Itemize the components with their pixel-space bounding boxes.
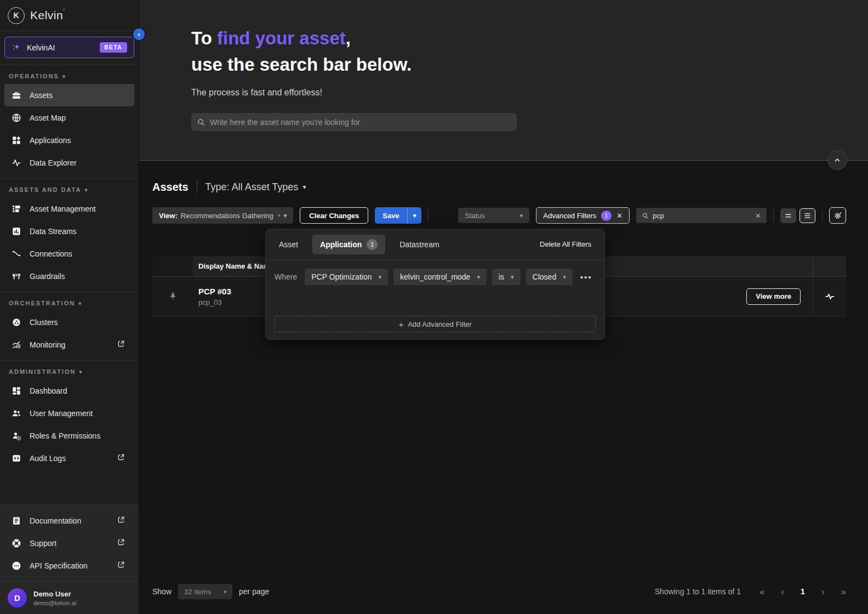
sidebar-item-label: API Specification xyxy=(30,561,88,570)
hero-search-bar xyxy=(191,113,517,131)
scroll-top-button[interactable] xyxy=(827,150,847,170)
hero-title-line2: use the search bar below. xyxy=(191,54,412,75)
add-advanced-filter-button[interactable]: + Add Advanced Filter xyxy=(275,316,596,332)
table-search-input[interactable] xyxy=(653,212,751,220)
sidebar-item-clusters[interactable]: Clusters xyxy=(4,311,134,333)
list-rows-icon xyxy=(803,212,812,220)
sidebar: K Kelvin˚ KelvinAI BETA OPERATIONS ▾ Ass… xyxy=(0,0,139,614)
main-content: To find your asset, use the search bar b… xyxy=(139,0,868,614)
advanced-filters-chip[interactable]: Advanced Filters 1 ✕ xyxy=(536,207,630,224)
page-size-select[interactable]: 32 items ▾ xyxy=(178,584,232,599)
chevron-down-icon: ▾ xyxy=(520,212,523,219)
status-filter-dropdown[interactable]: Status ▾ xyxy=(458,208,529,223)
next-page-button[interactable]: › xyxy=(821,587,825,596)
section-assets-and-data[interactable]: ASSETS AND DATA ▾ xyxy=(0,179,139,197)
asset-type-filter[interactable]: Type: All Asset Types xyxy=(205,181,299,193)
divider xyxy=(822,209,823,222)
sidebar-footer: Documentation Support API Specification xyxy=(0,504,139,614)
sidebar-item-connections[interactable]: Connections xyxy=(4,242,134,265)
section-administration[interactable]: ADMINISTRATION ▾ xyxy=(0,361,139,379)
first-page-button[interactable]: « xyxy=(760,587,764,596)
card-view-toggle[interactable] xyxy=(780,208,796,223)
sidebar-item-api-specification[interactable]: API Specification xyxy=(4,554,134,577)
cluster-icon xyxy=(12,317,21,327)
view-more-button[interactable]: View more xyxy=(746,288,801,305)
dashboard-icon xyxy=(12,386,21,396)
list-view-toggle[interactable] xyxy=(800,208,815,223)
user-menu[interactable]: D Demo User demo@kelvin.ai xyxy=(0,581,139,614)
section-orchestration[interactable]: ORCHESTRATION ▾ xyxy=(0,292,139,311)
current-page[interactable]: 1 xyxy=(801,587,805,596)
sidebar-item-asset-management[interactable]: Asset Management xyxy=(4,197,134,220)
sidebar-item-data-explorer[interactable]: Data Explorer xyxy=(4,151,134,174)
show-label: Show xyxy=(152,587,172,596)
sidebar-item-label: Audit Logs xyxy=(30,454,66,463)
pin-cell[interactable] xyxy=(152,277,193,316)
save-button[interactable]: Save ▾ xyxy=(375,207,421,224)
asset-search-input[interactable] xyxy=(210,118,511,127)
assets-toolbar: View: Recommendations Gathering • ▾ Clea… xyxy=(152,207,846,224)
operator-select[interactable]: is ▾ xyxy=(492,269,521,285)
app-window: K Kelvin˚ KelvinAI BETA OPERATIONS ▾ Ass… xyxy=(0,0,868,614)
trend-chart-icon xyxy=(12,340,21,350)
brand-logo[interactable]: K Kelvin˚ xyxy=(0,0,139,31)
delete-all-filters-button[interactable]: Delete All Filters xyxy=(540,240,591,248)
bar-chart-icon xyxy=(12,226,21,236)
api-icon xyxy=(12,561,21,571)
tab-application[interactable]: Application 1 xyxy=(312,235,385,254)
sidebar-item-user-management[interactable]: User Management xyxy=(4,402,134,424)
sidebar-item-label: Assets xyxy=(30,91,53,100)
sidebar-item-label: Data Explorer xyxy=(30,158,77,167)
sidebar-item-dashboard[interactable]: Dashboard xyxy=(4,379,134,402)
sidebar-item-label: Data Streams xyxy=(30,227,77,236)
sidebar-item-audit-logs[interactable]: Audit Logs xyxy=(4,447,134,469)
divider xyxy=(773,209,774,222)
last-page-button[interactable]: » xyxy=(841,587,846,596)
chevron-down-icon: ▾ xyxy=(62,73,66,79)
value-select[interactable]: Closed ▾ xyxy=(526,269,573,285)
external-link-icon xyxy=(117,561,127,571)
field-select[interactable]: kelvin_control_mode ▾ xyxy=(393,269,487,285)
beta-badge: BETA xyxy=(100,42,127,53)
sidebar-item-guardrails[interactable]: Guardrails xyxy=(4,265,134,287)
sidebar-item-label: Support xyxy=(30,539,56,548)
sidebar-item-label: Roles & Permissions xyxy=(30,431,100,440)
sidebar-item-assets[interactable]: Assets xyxy=(4,84,134,106)
view-selector[interactable]: View: Recommendations Gathering • ▾ xyxy=(152,207,293,224)
clear-changes-button[interactable]: Clear Changes xyxy=(300,207,368,224)
waveform-icon xyxy=(825,291,835,302)
prev-page-button[interactable]: ‹ xyxy=(781,587,784,596)
user-email: demo@kelvin.ai xyxy=(33,600,76,606)
external-link-icon xyxy=(117,538,127,548)
condition-more-button[interactable]: ••• xyxy=(580,272,592,282)
unsaved-dot: • xyxy=(278,211,281,220)
hero-title-highlight: find your asset xyxy=(217,28,346,48)
pulse-icon xyxy=(12,158,21,168)
sidebar-item-applications[interactable]: Applications xyxy=(4,129,134,151)
table-search-bar: ✕ xyxy=(636,208,767,223)
sidebar-item-asset-map[interactable]: Asset Map xyxy=(4,106,134,129)
clear-search-icon[interactable]: ✕ xyxy=(755,212,761,220)
tab-asset[interactable]: Asset xyxy=(279,240,298,249)
app-select[interactable]: PCP Optimization ▾ xyxy=(305,269,388,285)
section-operations[interactable]: OPERATIONS ▾ xyxy=(0,65,139,84)
tab-datastream[interactable]: Datastream xyxy=(399,240,439,249)
table-settings-button[interactable] xyxy=(829,207,846,224)
filter-tabs: Asset Application 1 Datastream Delete Al… xyxy=(266,229,604,260)
sidebar-item-monitoring[interactable]: Monitoring xyxy=(4,333,134,356)
brand-name: Kelvin xyxy=(30,9,63,21)
sidebar-item-documentation[interactable]: Documentation xyxy=(4,509,134,532)
sidebar-item-data-streams[interactable]: Data Streams xyxy=(4,220,134,242)
divider xyxy=(428,209,429,222)
sidebar-collapse-button[interactable]: ‹ xyxy=(133,29,145,40)
sidebar-item-support[interactable]: Support xyxy=(4,532,134,554)
sidebar-item-roles-permissions[interactable]: Roles & Permissions xyxy=(4,424,134,447)
close-icon[interactable]: ✕ xyxy=(616,212,623,220)
pin-icon xyxy=(168,292,178,301)
chevron-down-icon: ▾ xyxy=(563,274,566,281)
chevron-down-icon[interactable]: ▾ xyxy=(302,183,306,191)
sparkle-icon xyxy=(12,43,21,52)
asset-data-button[interactable] xyxy=(813,277,846,316)
kelvinai-button[interactable]: KelvinAI BETA xyxy=(4,37,134,58)
briefcase-icon xyxy=(12,90,21,100)
